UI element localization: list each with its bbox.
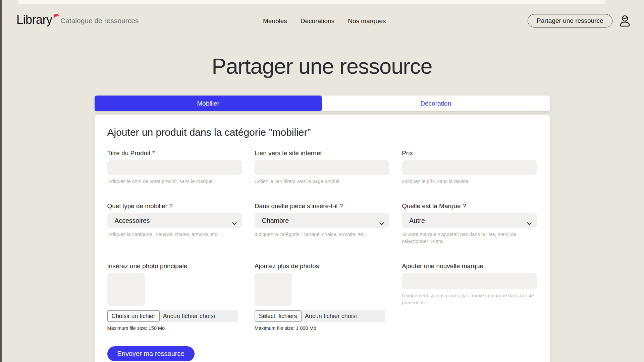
brand-value: Autre [409,217,425,225]
furniture-type-value: Accessoires [115,217,150,225]
field-product-title: Titre du Produit * Indiquez le nom de vo… [107,149,242,185]
brand-help: Si votre marque n'apparait pas dans la l… [402,231,537,245]
main-photo-file-input[interactable]: Choisir un fichier Aucun fichier choisi [107,310,238,322]
field-main-photo: Insérez une photo principale Choisir un … [107,262,242,331]
furniture-type-label: Quel type de mobilier ? [107,202,242,210]
new-brand-help: Uniquement si vous n'avez pas trouvé la … [402,292,537,306]
room-label: Dans quelle pièce s'insère-t-il ? [255,202,389,210]
main-photo-label: Insérez une photo principale [107,262,242,270]
nav-item-nos-marques[interactable]: Nos marques [348,17,386,25]
share-resource-button[interactable]: Partager une ressource [528,14,612,27]
logo[interactable]: Library [16,13,59,27]
price-label: Prix [402,149,537,157]
submit-resource-button[interactable]: Envoyer ma ressource [107,346,195,361]
product-title-label: Titre du Produit * [107,149,242,157]
more-photos-label: Ajoutez plus de photos [255,262,389,270]
room-value: Chambre [262,217,289,225]
logo-text: Library [16,13,52,27]
main-nav: Meubles Décorations Nos marques [263,17,386,25]
category-tabs: Mobilier Décoration [95,96,550,111]
header: Library Catalogue de ressources Meubles … [0,0,644,34]
more-photos-max-size: Maximum file size: 1 000 Mo [255,325,389,331]
price-help: Indiquez le prix, sans la devise. [402,178,537,185]
field-room: Dans quelle pièce s'insère-t-il ? Chambr… [255,202,389,245]
brand-select[interactable]: Autre [402,213,537,228]
field-price: Prix Indiquez le prix, sans la devise. [402,149,537,185]
price-input[interactable] [402,160,537,175]
field-brand: Quelle est la Marque ? Autre Si votre ma… [402,202,537,245]
file-status-text: Aucun fichier choisi [160,313,215,320]
form-card: Ajouter un produit dans la catégorie ”mo… [95,115,550,362]
furniture-type-select[interactable]: Accessoires [107,213,242,228]
page-title: Partager une ressource [0,54,644,79]
room-select[interactable]: Chambre [255,213,389,228]
select-files-button[interactable]: Sélect. fichiers [255,310,302,322]
tab-mobilier[interactable]: Mobilier [95,96,322,111]
chevron-down-icon [379,219,384,227]
brand-label: Quelle est la Marque ? [402,202,537,210]
room-help: Indiquez la catégorie : canapé, chaise, … [255,231,389,238]
new-brand-label: Ajouter une nouvelle marque : [402,262,537,270]
nav-item-meubles[interactable]: Meubles [263,17,287,25]
site-link-help: Collez le lien direct vers la page produ… [255,178,389,185]
field-more-photos: Ajoutez plus de photos Sélect. fichiers … [255,262,389,331]
user-account-icon[interactable] [618,14,632,29]
form-heading: Ajouter un produit dans la catégorie ”mo… [107,127,537,138]
product-title-help: Indiquez le nom de votre produit, sans l… [107,178,242,185]
field-site-link: Lien vers le site internet Collez le lie… [255,149,389,185]
choose-file-button[interactable]: Choisir un fichier [107,310,160,322]
new-brand-input[interactable] [402,273,537,289]
form-grid: Titre du Produit * Indiquez le nom de vo… [107,149,537,331]
site-link-label: Lien vers le site internet [255,149,389,157]
furniture-type-help: Indiquez la catégorie : canapé, chaise, … [107,231,242,238]
main-photo-preview[interactable] [107,273,145,306]
chevron-down-icon [527,219,532,227]
window-left-edge [0,0,2,362]
chevron-down-icon [232,219,237,227]
tab-decoration[interactable]: Décoration [322,96,550,111]
logo-m-mark-icon [53,13,59,19]
main-photo-max-size: Maximum file size: 150 Mo [107,325,242,331]
site-link-input[interactable] [255,160,389,175]
file-status-text: Aucun fichier choisi [302,313,357,320]
more-photos-preview[interactable] [255,273,292,306]
field-new-brand: Ajouter une nouvelle marque : Uniquement… [402,262,537,331]
product-title-input[interactable] [107,160,242,175]
field-furniture-type: Quel type de mobilier ? Accessoires Indi… [107,202,242,245]
more-photos-file-input[interactable]: Sélect. fichiers Aucun fichier choisi [255,310,385,322]
catalogue-subtitle: Catalogue de ressources [60,17,139,25]
nav-item-decorations[interactable]: Décorations [301,17,334,25]
